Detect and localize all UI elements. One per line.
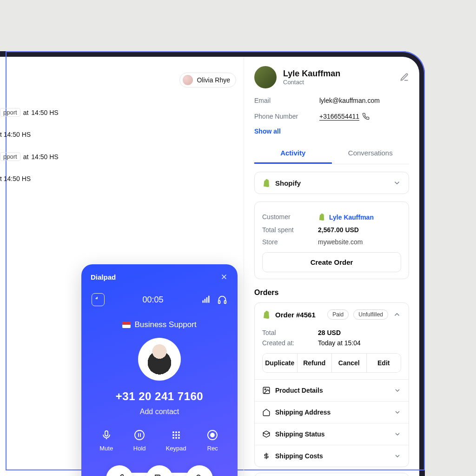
- shipping-address-row[interactable]: Shipping Address: [255, 401, 409, 423]
- caller-phone: +31 20 241 7160: [81, 390, 238, 403]
- svg-point-13: [178, 434, 180, 436]
- svg-point-7: [135, 430, 144, 440]
- svg-point-14: [172, 437, 174, 439]
- store-value: mywebsite.com: [318, 238, 363, 246]
- assign-icon: [194, 473, 205, 476]
- svg-point-16: [178, 437, 180, 439]
- svg-point-11: [172, 434, 174, 436]
- keypad-button[interactable]: Keypad: [166, 428, 186, 452]
- pause-icon: [132, 428, 146, 442]
- shopify-icon: [262, 179, 271, 187]
- duplicate-button[interactable]: Duplicate: [263, 354, 298, 372]
- svg-point-12: [175, 434, 177, 436]
- tag-pill: pport: [0, 108, 20, 117]
- home-icon: [262, 408, 271, 416]
- chevron-down-icon: [393, 179, 401, 187]
- timeline-row: t 14:50 HS: [0, 175, 59, 182]
- email-value[interactable]: lylek@kauffman.com: [319, 97, 380, 104]
- svg-point-10: [178, 431, 180, 433]
- chevron-up-icon: [393, 310, 401, 319]
- svg-point-22: [264, 389, 266, 390]
- timeline-row: pport at 14:50 HS: [0, 108, 59, 117]
- caller-avatar: [138, 338, 181, 381]
- total-spent: 2,567.00 USD: [318, 226, 359, 234]
- contact-avatar: [254, 66, 277, 88]
- svg-rect-0: [202, 301, 204, 303]
- svg-point-9: [175, 431, 177, 433]
- shipping-costs-row[interactable]: Shipping Costs: [255, 445, 409, 467]
- timeline-row: pport at 14:50 HS: [0, 152, 59, 161]
- phone-icon: [362, 113, 370, 120]
- svg-rect-5: [225, 301, 226, 303]
- notes-icon: [114, 473, 125, 476]
- timeline-row: t 14:50 HS: [0, 131, 59, 138]
- record-button[interactable]: Rec: [205, 428, 219, 452]
- shopify-icon: [318, 213, 326, 221]
- edit-icon[interactable]: [400, 73, 409, 82]
- mute-button[interactable]: Mute: [99, 428, 113, 452]
- chevron-down-icon: [394, 430, 401, 438]
- create-order-button[interactable]: Create Order: [262, 252, 401, 272]
- chevron-down-icon: [394, 452, 401, 460]
- caller-label: Business Support: [81, 320, 238, 329]
- tag-pill: pport: [0, 152, 20, 161]
- image-icon: [262, 386, 271, 395]
- chevron-down-icon: [394, 387, 401, 394]
- status-badge: Paid: [327, 309, 349, 320]
- shopify-icon: [262, 310, 271, 319]
- svg-rect-6: [105, 431, 108, 436]
- svg-rect-2: [206, 297, 208, 303]
- order-header[interactable]: Order #001 Cancelled: [255, 473, 409, 476]
- current-user-chip[interactable]: Olivia Rhye: [179, 73, 236, 87]
- customer-link[interactable]: Lyle Kauffman: [318, 213, 374, 221]
- chevron-down-icon: [394, 409, 401, 416]
- keypad-icon: [169, 428, 183, 442]
- contact-subtitle: Contact: [283, 79, 340, 86]
- tab-activity[interactable]: Activity: [254, 143, 332, 164]
- close-icon[interactable]: [220, 273, 228, 281]
- minimize-icon[interactable]: [92, 293, 105, 306]
- microphone-icon: [99, 428, 113, 442]
- contact-name: Lyle Kauffman: [283, 69, 340, 79]
- svg-rect-4: [218, 301, 220, 303]
- svg-point-15: [175, 437, 177, 439]
- avatar: [183, 75, 193, 85]
- product-details-row[interactable]: Product Details: [255, 379, 409, 401]
- svg-point-18: [211, 433, 214, 437]
- integration-shopify[interactable]: Shopify: [262, 179, 401, 187]
- call-timer: 00:05: [142, 295, 163, 305]
- status-badge: Unfulfilled: [353, 309, 388, 320]
- add-contact-link[interactable]: Add contact: [81, 408, 238, 416]
- cancel-button[interactable]: Cancel: [332, 354, 367, 372]
- shipping-status-row[interactable]: Shipping Status: [255, 423, 409, 445]
- orders-heading: Orders: [254, 288, 409, 297]
- phone-label: Phone Number: [254, 113, 319, 120]
- edit-button[interactable]: Edit: [367, 354, 401, 372]
- svg-rect-3: [208, 296, 210, 303]
- svg-rect-1: [205, 299, 206, 302]
- svg-point-8: [172, 431, 174, 433]
- user-name: Olivia Rhye: [197, 76, 230, 84]
- show-all-link[interactable]: Show all: [254, 127, 409, 135]
- refund-button[interactable]: Refund: [298, 354, 332, 372]
- dialpad-title: Dialpad: [91, 273, 116, 281]
- flag-icon: [122, 322, 131, 328]
- phone-value[interactable]: +3166554411: [319, 113, 370, 120]
- dialpad-panel: Dialpad 00:05: [81, 264, 238, 476]
- order-header[interactable]: Order #4561 Paid Unfulfilled: [255, 303, 409, 326]
- signal-icon: [201, 295, 211, 304]
- headset-icon[interactable]: [217, 295, 227, 305]
- tab-conversations[interactable]: Conversations: [332, 143, 410, 164]
- hold-button[interactable]: Hold: [132, 428, 146, 452]
- record-icon: [205, 428, 219, 442]
- tag-icon: [154, 473, 165, 476]
- package-icon: [262, 430, 271, 438]
- dollar-icon: [262, 452, 271, 460]
- email-label: Email: [254, 97, 319, 104]
